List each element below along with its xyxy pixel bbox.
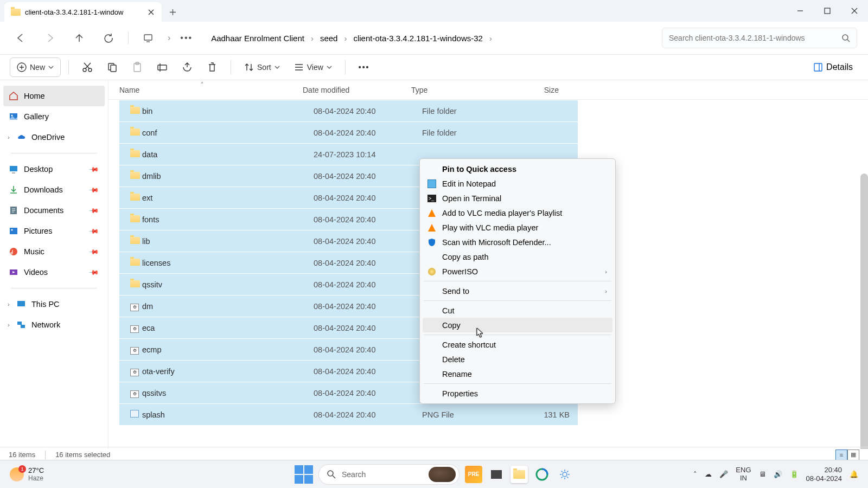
context-menu-label: Pin to Quick access	[442, 165, 516, 174]
notifications-tray-icon[interactable]: 🔔	[850, 470, 858, 478]
chevron-right-icon[interactable]: ›	[8, 301, 10, 307]
sidebar-onedrive[interactable]: ›OneDrive	[3, 127, 105, 147]
folder-icon	[130, 280, 140, 287]
column-size[interactable]: Size	[505, 86, 559, 94]
chevron-right-icon[interactable]: ›	[8, 322, 10, 328]
start-button[interactable]	[295, 465, 313, 484]
column-type[interactable]: Type	[411, 86, 505, 94]
context-menu-item[interactable]: Copy	[423, 318, 612, 332]
column-name[interactable]: Name˄	[119, 86, 303, 94]
delete-button[interactable]	[201, 57, 223, 77]
paste-button[interactable]	[126, 57, 148, 77]
file-date: 08-04-2024 20:40	[314, 215, 422, 224]
battery-tray-icon[interactable]: 🔋	[790, 470, 799, 478]
share-button[interactable]	[176, 57, 198, 77]
context-menu-separator	[424, 281, 611, 281]
sidebar-home[interactable]: Home	[3, 86, 105, 106]
taskbar-search[interactable]: Search	[318, 464, 459, 485]
file-row[interactable]: splash 08-04-2024 20:40 PNG File 131 KB	[119, 404, 578, 425]
more-locations-icon[interactable]: •••	[180, 33, 193, 43]
context-menu-item[interactable]: Send to ›	[423, 284, 612, 298]
new-button[interactable]: New	[10, 57, 61, 77]
chevron-right-icon[interactable]: ›	[8, 134, 10, 140]
sidebar-pictures[interactable]: Pictures📌	[3, 221, 105, 241]
file-name: qssitvs	[142, 389, 314, 397]
file-date: 08-04-2024 20:40	[314, 389, 422, 397]
view-button[interactable]: View	[289, 57, 337, 77]
network-tray-icon[interactable]: 🖥	[759, 470, 766, 478]
context-menu-item[interactable]: Properties	[423, 386, 612, 401]
sidebar-network[interactable]: ›Network	[3, 314, 105, 335]
pin-icon: 📌	[88, 164, 100, 175]
more-button[interactable]: •••	[353, 57, 375, 77]
context-menu-item[interactable]: Scan with Microsoft Defender...	[423, 235, 612, 249]
context-menu-item[interactable]: Add to VLC media player's Playlist	[423, 206, 612, 220]
copy-button[interactable]	[101, 57, 123, 77]
minimize-button[interactable]	[787, 0, 814, 22]
breadcrumb-item[interactable]: Aadhaar Enrolment Client	[208, 31, 308, 45]
tray-expand-icon[interactable]: ˄	[693, 470, 697, 478]
context-menu-item[interactable]: Rename	[423, 367, 612, 381]
status-item-count: 16 items	[9, 451, 35, 459]
search-box[interactable]	[662, 28, 857, 48]
chevron-right-icon[interactable]: ›	[168, 33, 170, 43]
breadcrumb: Aadhaar Enrolment Client › seed › client…	[208, 31, 652, 45]
language-indicator[interactable]: ENGIN	[736, 466, 751, 482]
sidebar-desktop[interactable]: Desktop📌	[3, 159, 105, 179]
context-menu-item[interactable]: Pin to Quick access	[423, 162, 612, 176]
icons-view-button[interactable]: ▦	[847, 450, 859, 460]
maximize-button[interactable]	[814, 0, 841, 22]
context-menu-item[interactable]: Delete	[423, 352, 612, 367]
pc-icon[interactable]	[138, 28, 158, 48]
context-menu-item[interactable]: >_ Open in Terminal	[423, 191, 612, 206]
svg-rect-16	[10, 228, 17, 234]
context-menu-item[interactable]: Cut	[423, 303, 612, 318]
context-menu-item[interactable]: Create shortcut	[423, 337, 612, 352]
window-controls	[787, 0, 868, 22]
breadcrumb-item[interactable]: seed	[317, 31, 341, 45]
close-button[interactable]	[841, 0, 868, 22]
sidebar-thispc[interactable]: ›This PC	[3, 294, 105, 314]
tab[interactable]: client-ota-3.3.4.2.181-1-window	[4, 2, 162, 22]
file-name: splash	[142, 410, 314, 419]
cut-button[interactable]	[76, 57, 98, 77]
taskbar-app-icon[interactable]	[488, 466, 505, 483]
column-date[interactable]: Date modified	[303, 86, 411, 94]
blank-icon	[427, 306, 437, 316]
back-button[interactable]	[11, 28, 30, 48]
sidebar-downloads[interactable]: Downloads📌	[3, 179, 105, 200]
taskbar-settings-icon[interactable]	[556, 466, 573, 483]
file-row[interactable]: bin 08-04-2024 20:40 File folder	[119, 100, 578, 121]
up-button[interactable]	[69, 28, 89, 48]
breadcrumb-item[interactable]: client-ota-3.3.4.2.181-1-windows-32	[350, 31, 486, 45]
taskbar-explorer-icon[interactable]	[510, 466, 528, 483]
file-row[interactable]: conf 08-04-2024 20:40 File folder	[119, 122, 578, 143]
chevron-down-icon	[275, 65, 280, 70]
sort-button[interactable]: Sort	[239, 57, 285, 77]
taskbar-edge-icon[interactable]	[533, 466, 551, 483]
weather-widget[interactable]: 1 27°C Haze	[10, 466, 44, 482]
sidebar-gallery[interactable]: Gallery	[3, 106, 105, 127]
sidebar-videos[interactable]: Videos📌	[3, 262, 105, 282]
forward-button[interactable]	[40, 28, 60, 48]
tab-close-button[interactable]	[146, 8, 155, 16]
scrollbar-thumb[interactable]	[860, 174, 868, 449]
sidebar-music[interactable]: Music📌	[3, 241, 105, 262]
context-menu-item[interactable]: Edit in Notepad	[423, 176, 612, 191]
rename-button[interactable]	[151, 57, 173, 77]
sidebar-documents[interactable]: Documents📌	[3, 200, 105, 221]
volume-tray-icon[interactable]: 🔊	[774, 470, 782, 478]
refresh-button[interactable]	[99, 28, 118, 48]
context-menu-item[interactable]: Copy as path	[423, 249, 612, 264]
onedrive-tray-icon[interactable]: ☁	[705, 470, 712, 478]
mic-tray-icon[interactable]: 🎤	[719, 470, 728, 478]
taskbar-app-icon[interactable]: PRE	[465, 466, 482, 483]
clock[interactable]: 20:4008-04-2024	[806, 466, 843, 483]
context-menu-item[interactable]: Play with VLC media player	[423, 220, 612, 235]
details-button[interactable]: Details	[808, 62, 858, 72]
context-menu-item[interactable]: PowerISO ›	[423, 264, 612, 279]
details-view-button[interactable]: ≡	[835, 450, 847, 460]
add-tab-button[interactable]	[162, 2, 183, 22]
search-input[interactable]	[669, 34, 836, 42]
context-menu-label: PowerISO	[442, 267, 478, 276]
